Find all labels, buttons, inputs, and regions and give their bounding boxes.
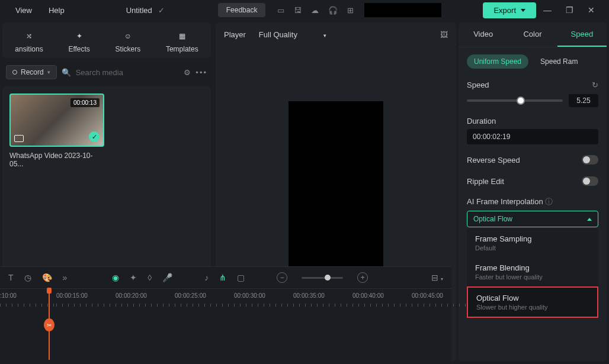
split-button[interactable]: ✂	[44, 318, 55, 331]
sparkle-icon[interactable]: ✦	[130, 273, 137, 282]
tab-stickers[interactable]: ☺Stickers	[116, 30, 141, 53]
shield-icon[interactable]: ◊	[148, 273, 152, 282]
zoom-slider[interactable]	[302, 277, 343, 279]
magnet-icon[interactable]: ⋔	[219, 273, 226, 282]
maximize-button[interactable]: ❐	[566, 5, 573, 15]
search-icon: 🔍	[62, 68, 71, 77]
record-icon	[12, 70, 17, 75]
clip-name: WhatsApp Video 2023-10-05...	[9, 152, 104, 168]
feedback-button[interactable]: Feedback	[218, 3, 266, 17]
text-tool-icon[interactable]: T	[8, 273, 14, 282]
save-icon[interactable]: 🖫	[294, 6, 302, 15]
speed-label: Speed	[467, 80, 489, 89]
zoom-out-button[interactable]: −	[277, 272, 287, 283]
timeline-ruler[interactable]: :10:0000:00:15:0000:00:20:0000:00:25:000…	[0, 289, 451, 307]
speed-value[interactable]: 5.25	[569, 94, 598, 107]
sync-status-icon: ✓	[158, 6, 165, 15]
tab-video[interactable]: Video	[459, 22, 508, 47]
timer-icon[interactable]: ◷	[24, 273, 31, 282]
clip-thumbnail[interactable]: 00:00:13 ✓	[9, 94, 104, 147]
chevron-up-icon	[587, 218, 592, 221]
duration-label: Duration	[467, 117, 496, 125]
ruler-mark: 00:00:40:00	[352, 292, 384, 299]
redacted-region	[364, 3, 441, 17]
transitions-icon: ⤭	[23, 30, 36, 43]
device-icon[interactable]: ▭	[277, 6, 284, 15]
ruler-mark: 00:00:45:00	[412, 292, 443, 299]
mode-speed-ramp[interactable]: Speed Ram	[533, 54, 585, 69]
option-optical-flow[interactable]: Optical Flow Slower but higher quality	[467, 286, 598, 318]
ruler-mark: 00:00:25:00	[175, 292, 206, 299]
ai-frame-dropdown: Frame Sampling Default Frame Blending Fa…	[467, 228, 598, 318]
ruler-mark: 00:00:20:00	[116, 292, 147, 299]
ruler-mark: 00:00:30:00	[234, 292, 265, 299]
project-title: Untitled	[126, 6, 152, 15]
tab-speed[interactable]: Speed	[557, 22, 607, 47]
mode-uniform-speed[interactable]: Uniform Speed	[467, 54, 528, 69]
templates-icon: ▦	[175, 30, 188, 43]
headphones-icon[interactable]: 🎧	[328, 6, 338, 15]
crop-icon[interactable]: ▢	[237, 273, 245, 282]
filter-icon[interactable]: ⚙	[184, 68, 191, 77]
grid-icon[interactable]: ⊞	[347, 6, 354, 15]
ruler-mark: 00:00:15:00	[56, 292, 88, 299]
tab-effects[interactable]: ✦Effects	[68, 30, 89, 53]
chevron-down-icon	[521, 9, 525, 12]
menu-view[interactable]: View	[7, 6, 40, 15]
more-icon[interactable]: •••	[195, 68, 207, 77]
player-label: Player	[224, 30, 246, 39]
snapshot-icon[interactable]: 🖼	[440, 30, 448, 39]
reset-icon[interactable]: ↻	[592, 80, 598, 89]
reverse-speed-toggle[interactable]	[582, 155, 598, 165]
clip-duration-badge: 00:00:13	[70, 98, 100, 107]
menu-help[interactable]: Help	[40, 6, 73, 15]
ripple-edit-toggle[interactable]	[582, 176, 598, 186]
ruler-mark: :10:00	[0, 292, 17, 299]
tab-color[interactable]: Color	[508, 22, 557, 47]
music-icon[interactable]: ♪	[204, 273, 209, 282]
search-input[interactable]	[76, 68, 180, 77]
ai-frame-select[interactable]: Optical Flow	[467, 211, 598, 227]
info-icon[interactable]: ⓘ	[545, 197, 553, 206]
palette-icon[interactable]: 🎨	[42, 273, 52, 282]
check-icon: ✓	[89, 131, 100, 142]
record-button[interactable]: Record▾	[6, 65, 57, 79]
cloud-icon[interactable]: ☁	[311, 6, 319, 15]
film-icon	[14, 135, 24, 142]
close-button[interactable]: ✕	[588, 5, 595, 15]
reverse-speed-label: Reverse Speed	[467, 156, 520, 165]
effects-icon: ✦	[73, 30, 86, 43]
export-button[interactable]: Export	[483, 2, 536, 18]
view-mode-icon[interactable]: ⊟ ▾	[431, 273, 443, 282]
tab-templates[interactable]: ▦Templates	[166, 30, 198, 53]
more-tools-icon[interactable]: »	[63, 273, 68, 282]
ripple-edit-label: Ripple Edit	[467, 177, 504, 186]
video-canvas	[289, 101, 383, 267]
tab-transitions[interactable]: ⤭ansitions	[15, 30, 43, 53]
quality-select[interactable]: Full Quality ▾	[254, 28, 331, 41]
option-frame-blending[interactable]: Frame Blending Faster but lower quality	[467, 257, 598, 286]
speed-slider[interactable]	[467, 99, 563, 102]
duration-input[interactable]	[467, 129, 598, 144]
zoom-in-button[interactable]: +	[357, 272, 368, 283]
mic-icon[interactable]: 🎤	[162, 273, 172, 282]
ai-icon[interactable]: ◉	[112, 273, 119, 282]
ai-frame-label: AI Frame Interpolation	[467, 197, 543, 206]
stickers-icon: ☺	[121, 30, 134, 43]
ruler-mark: 00:00:35:00	[293, 292, 325, 299]
option-frame-sampling[interactable]: Frame Sampling Default	[467, 228, 598, 257]
minimize-button[interactable]: —	[543, 5, 552, 15]
media-clip[interactable]: 00:00:13 ✓ WhatsApp Video 2023-10-05...	[9, 94, 104, 168]
